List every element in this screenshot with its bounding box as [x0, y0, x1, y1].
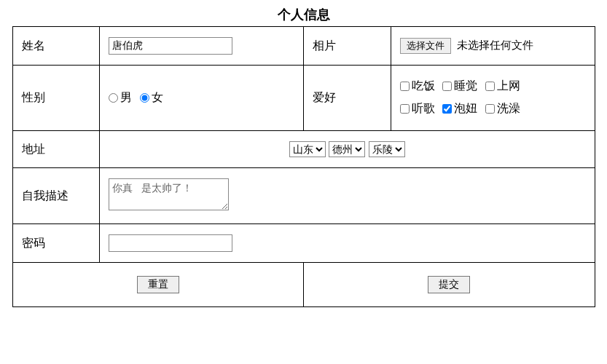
label-photo: 相片 — [304, 27, 391, 66]
label-password: 密码 — [12, 224, 100, 263]
row-gender-hobby: 性别 男 女 爱好 吃饭 睡觉 上网 — [12, 66, 595, 131]
radio-female-input[interactable] — [140, 93, 149, 103]
row-password: 密码 — [12, 224, 595, 263]
cell-password — [100, 224, 595, 263]
label-address: 地址 — [12, 131, 100, 168]
personal-info-form: 姓名 相片 选择文件 未选择任何文件 性别 男 女 爱好 吃饭 — [12, 26, 595, 307]
choose-file-button[interactable]: 选择文件 — [400, 38, 451, 54]
check-bath-label: 洗澡 — [497, 98, 520, 119]
select-city[interactable]: 德州 — [329, 141, 365, 157]
check-flirt[interactable]: 泡妞 — [442, 98, 477, 119]
label-name: 姓名 — [12, 27, 100, 66]
radio-female-label: 女 — [152, 90, 163, 106]
radio-male-label: 男 — [120, 90, 132, 106]
radio-male[interactable]: 男 — [109, 90, 132, 106]
radio-female[interactable]: 女 — [140, 90, 163, 106]
check-sleep-input[interactable] — [442, 82, 452, 91]
check-eat-input[interactable] — [400, 82, 410, 91]
select-district[interactable]: 乐陵 — [369, 141, 405, 157]
check-eat-label: 吃饭 — [412, 76, 435, 97]
cell-name-input — [100, 27, 304, 66]
radio-male-input[interactable] — [109, 93, 118, 103]
label-gender: 性别 — [12, 66, 100, 131]
check-bath[interactable]: 洗澡 — [485, 98, 520, 119]
file-status-text: 未选择任何文件 — [457, 39, 533, 51]
check-music[interactable]: 听歌 — [400, 98, 435, 119]
cell-gender-radios: 男 女 — [100, 66, 304, 131]
check-music-label: 听歌 — [412, 98, 435, 119]
form-title: 个人信息 — [6, 6, 601, 23]
label-description: 自我描述 — [12, 168, 100, 224]
description-textarea[interactable]: 你真 是太帅了！ — [109, 178, 229, 210]
check-internet-label: 上网 — [497, 76, 520, 97]
label-hobby: 爱好 — [304, 66, 391, 131]
password-input[interactable] — [109, 234, 232, 252]
check-sleep[interactable]: 睡觉 — [442, 76, 477, 97]
check-flirt-input[interactable] — [442, 104, 452, 114]
check-internet[interactable]: 上网 — [485, 76, 520, 97]
check-bath-input[interactable] — [485, 104, 495, 114]
cell-submit: 提交 — [304, 263, 595, 307]
check-sleep-label: 睡觉 — [454, 76, 477, 97]
check-internet-input[interactable] — [485, 82, 495, 91]
check-eat[interactable]: 吃饭 — [400, 76, 435, 97]
check-flirt-label: 泡妞 — [454, 98, 477, 119]
name-input[interactable] — [109, 37, 232, 55]
cell-reset: 重置 — [12, 263, 304, 307]
row-name-photo: 姓名 相片 选择文件 未选择任何文件 — [12, 27, 595, 66]
row-buttons: 重置 提交 — [12, 263, 595, 307]
check-music-input[interactable] — [400, 104, 410, 114]
submit-button[interactable]: 提交 — [428, 276, 470, 293]
cell-description: 你真 是太帅了！ — [100, 168, 595, 224]
cell-address-selects: 山东 德州 乐陵 — [100, 131, 595, 168]
reset-button[interactable]: 重置 — [137, 276, 179, 293]
row-address: 地址 山东 德州 乐陵 — [12, 131, 595, 168]
cell-photo-input: 选择文件 未选择任何文件 — [391, 27, 595, 66]
row-description: 自我描述 你真 是太帅了！ — [12, 168, 595, 224]
cell-hobby-checks: 吃饭 睡觉 上网 听歌 泡妞 洗澡 — [391, 66, 595, 131]
select-province[interactable]: 山东 — [289, 141, 326, 157]
